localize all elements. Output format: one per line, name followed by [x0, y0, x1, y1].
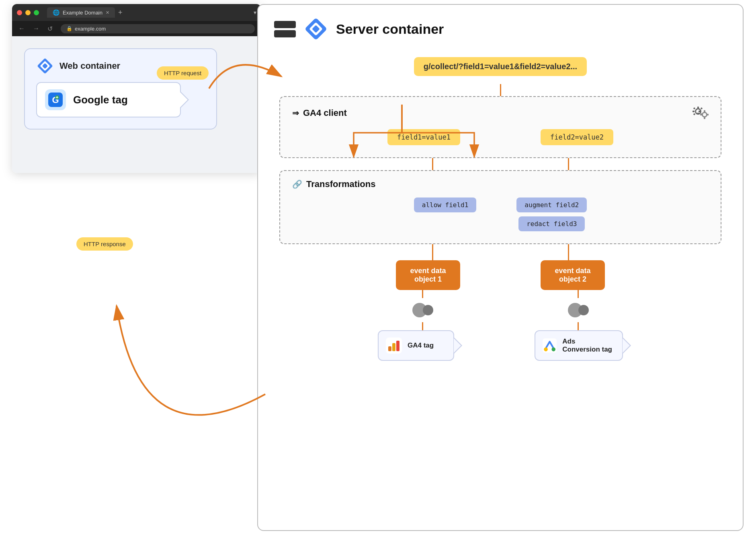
field2-pill: field2=value2: [541, 129, 613, 145]
ga4-tag-box: GA4 tag: [378, 330, 454, 361]
event-objects-row: event data object 1 event data object 2: [396, 260, 605, 290]
browser-window: 🌐 Example Domain ✕ + ▾ ← → ↺ 🔒 example.c…: [12, 4, 261, 173]
lock-icon: 🔒: [66, 26, 72, 31]
google-tag-label: Google tag: [73, 94, 128, 106]
transformations-icon: 🔗: [292, 179, 302, 189]
svg-rect-11: [692, 111, 695, 112]
back-button[interactable]: ←: [18, 25, 25, 32]
circle-small-right: [578, 305, 589, 315]
server-container: Server container g/collect/?field1=value…: [257, 4, 744, 531]
url-text: example.com: [75, 26, 106, 32]
redact-field3-pill: redact field3: [518, 216, 585, 231]
url-pill: g/collect/?field1=value1&field2=value2..…: [414, 57, 587, 76]
ga4-tag-icon: [386, 337, 402, 354]
http-response-arrow: [117, 306, 265, 415]
v-lines-transform-to-events: [279, 244, 721, 260]
svg-rect-24: [396, 341, 400, 351]
refresh-button[interactable]: ↺: [47, 25, 53, 33]
svg-rect-23: [392, 343, 395, 351]
svg-rect-13: [693, 107, 696, 110]
connector-circles-left: [412, 303, 433, 317]
web-container-box: Web container G Google tag: [24, 48, 217, 130]
vline-right-2: [568, 244, 569, 260]
transformations-box: 🔗 Transformations allow field1 augment f…: [279, 170, 721, 244]
browser-urlbar: ← → ↺ 🔒 example.com: [12, 21, 261, 36]
svg-rect-14: [701, 107, 703, 110]
gtm-logo-icon: [36, 57, 54, 75]
rules-col-right: augment field2 redact field3: [516, 197, 587, 231]
fields-row: field1=value1 field2=value2: [292, 129, 709, 145]
main-flow: g/collect/?field1=value1&field2=value2..…: [266, 57, 735, 361]
svg-point-26: [544, 348, 548, 352]
google-tag-pill: G Google tag: [36, 82, 181, 117]
web-container-label: Web container: [59, 61, 120, 71]
tab-title: Example Domain: [63, 10, 102, 16]
gears-area: [691, 105, 709, 121]
vline-right-4: [578, 322, 579, 330]
forward-button[interactable]: →: [33, 25, 39, 32]
transformations-title: 🔗 Transformations: [292, 179, 709, 189]
new-tab-button[interactable]: +: [118, 8, 123, 17]
vline-right-3: [578, 290, 579, 298]
ga4-client-icon: ⇒: [292, 108, 299, 118]
vline-left-1: [432, 158, 433, 170]
traffic-light-red[interactable]: [17, 10, 22, 15]
field2-col: field2=value2: [541, 129, 613, 145]
server-rect-top: [274, 21, 296, 28]
svg-rect-9: [697, 107, 699, 109]
url-bar[interactable]: 🔒 example.com: [61, 24, 255, 33]
svg-rect-20: [707, 114, 709, 115]
vline-left-4: [422, 322, 423, 330]
dropdown-icon[interactable]: ▾: [254, 9, 256, 16]
augment-field2-pill: augment field2: [516, 197, 587, 212]
field1-pill: field1=value1: [387, 129, 460, 145]
svg-rect-17: [704, 110, 705, 112]
circle-small-left: [423, 305, 433, 315]
browser-tab-area: 🌐 Example Domain ✕ +: [47, 7, 250, 18]
ads-tag-label: Ads Conversion tag: [562, 337, 614, 354]
server-rect-bottom: [274, 30, 296, 37]
google-tag-icon: G: [45, 89, 66, 110]
svg-rect-18: [704, 117, 705, 119]
g-tag-svg: G: [48, 93, 63, 107]
connectors-row: [279, 290, 721, 330]
ads-tag-box: Ads Conversion tag: [535, 330, 623, 361]
http-response-label: HTTP response: [76, 237, 133, 251]
field1-col: field1=value1: [387, 129, 460, 145]
left-connector: [412, 290, 433, 330]
vline-left-3: [422, 290, 423, 298]
allow-field1-pill: allow field1: [414, 197, 477, 212]
ga4-client-box: ⇒ GA4 client: [279, 96, 721, 158]
globe-icon: 🌐: [53, 9, 59, 16]
tags-row: GA4 tag Ads Conversion tag: [378, 330, 623, 361]
gears-icon: [691, 105, 709, 121]
ads-tag-icon: [543, 337, 557, 354]
vline-left-2: [432, 244, 433, 260]
traffic-light-yellow[interactable]: [25, 10, 31, 15]
svg-rect-22: [388, 346, 391, 351]
svg-rect-19: [700, 114, 702, 115]
svg-point-27: [551, 348, 555, 352]
right-connector: [568, 290, 589, 330]
close-tab-button[interactable]: ✕: [106, 10, 109, 15]
server-title-label: Server container: [336, 21, 444, 37]
browser-tab[interactable]: 🌐 Example Domain ✕: [47, 7, 115, 18]
server-title-area: Server container: [266, 13, 735, 45]
ga4-client-title: ⇒ GA4 client: [292, 105, 709, 121]
event-data-1: event data object 1: [396, 260, 460, 290]
event-data-2: event data object 2: [541, 260, 605, 290]
ga4-tag-label: GA4 tag: [408, 342, 434, 350]
browser-titlebar: 🌐 Example Domain ✕ + ▾: [12, 4, 261, 21]
rules-row: allow field1 augment field2 redact field…: [292, 197, 709, 231]
traffic-light-green[interactable]: [34, 10, 39, 15]
browser-content: Web container G Google tag: [12, 36, 261, 173]
v-lines-ga4-to-transform: [279, 158, 721, 170]
rules-col-left: allow field1: [414, 197, 477, 231]
svg-rect-10: [697, 113, 699, 115]
server-gtm-logo: [304, 17, 328, 41]
arrow-url-to-ga4: [500, 84, 501, 96]
http-request-label: HTTP request: [157, 66, 209, 80]
connector-circles-right: [568, 303, 589, 317]
svg-rect-15: [693, 113, 696, 115]
svg-rect-12: [699, 111, 701, 112]
